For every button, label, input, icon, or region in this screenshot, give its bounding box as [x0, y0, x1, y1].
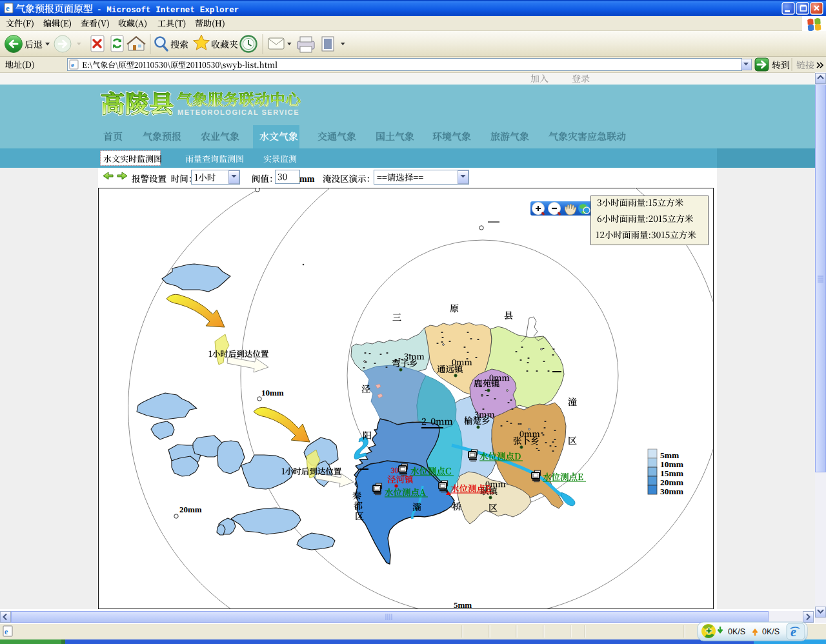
svg-text:e: e — [71, 61, 74, 68]
svg-text:mm: mm — [299, 174, 315, 184]
svg-text:0K/S: 0K/S — [762, 627, 780, 636]
svg-text:10mm: 10mm — [261, 388, 284, 397]
svg-text:15mm: 15mm — [660, 468, 684, 478]
svg-text:e: e — [6, 3, 10, 13]
svg-text:- Microsoft Internet Explorer: - Microsoft Internet Explorer — [97, 6, 239, 15]
svg-text:20mm: 20mm — [660, 478, 684, 487]
svg-text:5mm: 5mm — [660, 450, 680, 460]
svg-text:20mm: 20mm — [179, 505, 202, 514]
svg-text:e: e — [5, 627, 8, 636]
svg-text:10mm: 10mm — [660, 459, 684, 469]
svg-text:0K/S: 0K/S — [728, 627, 745, 636]
svg-text:30mm: 30mm — [660, 487, 684, 496]
svg-text:5mm: 5mm — [454, 600, 472, 610]
svg-text:METEOROLOGICAL SERVICE: METEOROLOGICAL SERVICE — [177, 108, 299, 116]
